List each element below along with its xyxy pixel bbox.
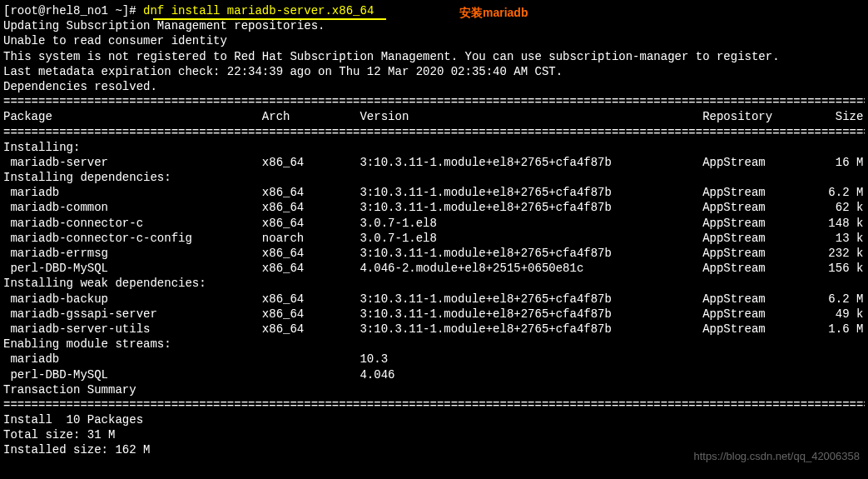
prompt-line[interactable]: [root@rhel8_no1 ~]# dnf install mariadb-… bbox=[3, 3, 865, 18]
summary-install: Install 10 Packages bbox=[3, 412, 865, 427]
section-weak: Installing weak dependencies: bbox=[3, 276, 865, 291]
msg-line: Dependencies resolved. bbox=[3, 79, 865, 94]
separator-rule: ========================================… bbox=[3, 397, 865, 412]
section-streams: Enabling module streams: bbox=[3, 337, 865, 352]
summary-total-size: Total size: 31 M bbox=[3, 427, 865, 442]
annotation-label: 安装mariadb bbox=[459, 5, 528, 20]
table-row: mariadb 10.3 bbox=[3, 352, 865, 367]
section-deps: Installing dependencies: bbox=[3, 170, 865, 185]
stream-list: mariadb 10.3 perl-DBD-MySQL 4.046 bbox=[3, 352, 865, 382]
msg-line: This system is not registered to Red Hat… bbox=[3, 49, 865, 64]
package-list-main: mariadb-server x86_64 3:10.3.11-1.module… bbox=[3, 155, 865, 170]
separator-rule: ========================================… bbox=[3, 94, 865, 109]
table-row: mariadb-server x86_64 3:10.3.11-1.module… bbox=[3, 155, 865, 170]
table-row: mariadb-common x86_64 3:10.3.11-1.module… bbox=[3, 200, 865, 215]
separator-rule: ========================================… bbox=[3, 125, 865, 140]
command-text: dnf install mariadb-server.x86_64 bbox=[143, 4, 374, 17]
command-underline bbox=[153, 18, 386, 20]
table-row: mariadb-connector-c-config noarch 3.0.7-… bbox=[3, 231, 865, 246]
table-row: perl-DBD-MySQL x86_64 4.046-2.module+el8… bbox=[3, 261, 865, 276]
table-row: mariadb-backup x86_64 3:10.3.11-1.module… bbox=[3, 292, 865, 307]
msg-line: Last metadata expiration check: 22:34:39… bbox=[3, 64, 865, 79]
watermark-text: https://blog.csdn.net/qq_42006358 bbox=[694, 450, 861, 464]
table-row: mariadb-gssapi-server x86_64 3:10.3.11-1… bbox=[3, 307, 865, 322]
prompt-prefix: [root@rhel8_no1 ~]# bbox=[3, 4, 143, 17]
summary-title: Transaction Summary bbox=[3, 382, 865, 397]
package-list-deps: mariadb x86_64 3:10.3.11-1.module+el8+27… bbox=[3, 185, 865, 276]
table-row: mariadb-server-utils x86_64 3:10.3.11-1.… bbox=[3, 322, 865, 337]
table-header: Package Arch Version Repository Size bbox=[3, 109, 865, 124]
table-row: mariadb x86_64 3:10.3.11-1.module+el8+27… bbox=[3, 185, 865, 200]
table-row: mariadb-errmsg x86_64 3:10.3.11-1.module… bbox=[3, 246, 865, 261]
table-row: perl-DBD-MySQL 4.046 bbox=[3, 367, 865, 382]
table-row: mariadb-connector-c x86_64 3.0.7-1.el8 A… bbox=[3, 216, 865, 231]
msg-line: Unable to read consumer identity bbox=[3, 33, 865, 48]
msg-line: Updating Subscription Management reposit… bbox=[3, 18, 865, 33]
section-installing: Installing: bbox=[3, 140, 865, 155]
package-list-weak: mariadb-backup x86_64 3:10.3.11-1.module… bbox=[3, 292, 865, 337]
